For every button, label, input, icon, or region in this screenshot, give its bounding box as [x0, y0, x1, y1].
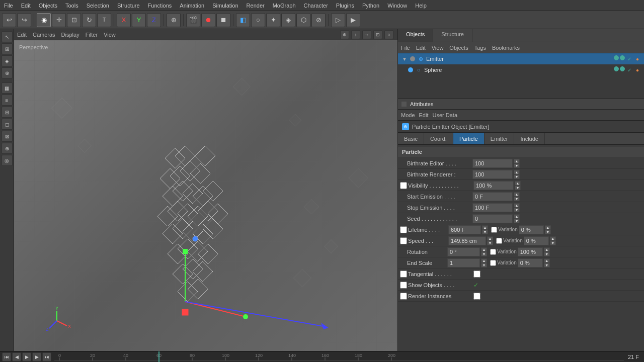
sphere-dot1[interactable]: [614, 66, 619, 71]
lifetime-variation-input[interactable]: [519, 225, 544, 234]
auto-key-button[interactable]: ⏹: [216, 13, 230, 27]
tab-emitter[interactable]: Emitter: [485, 133, 515, 144]
rotation-variation-check[interactable]: [490, 249, 496, 255]
menu-simulation[interactable]: Simulation: [208, 2, 242, 10]
object-row-emitter[interactable]: ▼ ⊛ Emitter ✓ ●: [398, 53, 644, 64]
tangential-toggle[interactable]: [473, 270, 480, 278]
viewport-filter[interactable]: Filter: [86, 32, 98, 38]
spin-down-seed[interactable]: ▼: [514, 219, 520, 223]
viewport-edit[interactable]: Edit: [17, 32, 27, 38]
camera-object-button[interactable]: ◈: [281, 13, 295, 27]
expand-icon-emitter[interactable]: ▼: [401, 55, 408, 62]
spin-up-start-emission[interactable]: ▲: [514, 192, 520, 197]
panel-edit[interactable]: Edit: [416, 45, 426, 51]
rotate-tool-button[interactable]: ↻: [82, 13, 96, 27]
emitter-dot2[interactable]: [620, 55, 625, 60]
spin-down-speed-var[interactable]: ▼: [550, 241, 556, 245]
speed-variation-input[interactable]: [524, 236, 549, 245]
paint-btn[interactable]: ◈: [2, 55, 13, 66]
menu-mograph[interactable]: MoGraph: [269, 2, 300, 10]
timeline-ruler[interactable]: 0 20 40 60 80 100 120 140 160 180 200: [54, 351, 624, 363]
tab-basic[interactable]: Basic: [398, 133, 424, 144]
menu-character[interactable]: Character: [300, 2, 332, 10]
menu-tools[interactable]: Tools: [61, 2, 83, 10]
panel-bookmarks[interactable]: Bookmarks: [492, 45, 520, 51]
spin-down-end-scale[interactable]: ▼: [481, 263, 487, 267]
attr-mode[interactable]: Mode: [401, 112, 415, 118]
spin-up-rotation-var[interactable]: ▲: [544, 247, 550, 252]
menu-structure[interactable]: Structure: [113, 2, 144, 10]
show-objects-checkbox[interactable]: [400, 282, 407, 289]
pointer-tool[interactable]: ↖: [2, 31, 13, 42]
spin-down-stop-emission[interactable]: ▼: [514, 208, 520, 212]
attr-collapse[interactable]: [401, 101, 407, 107]
sculpt-btn[interactable]: ⊛: [2, 67, 13, 78]
speed-input[interactable]: [448, 236, 486, 245]
spin-up-rotation[interactable]: ▲: [481, 247, 487, 252]
menu-python[interactable]: Python: [358, 2, 383, 10]
spin-up-seed[interactable]: ▲: [514, 214, 520, 219]
obj-manager[interactable]: ▦: [2, 82, 13, 94]
birthrate-editor-input[interactable]: [472, 159, 513, 168]
end-scale-variation-input[interactable]: [518, 258, 543, 267]
spin-down-lifetime-var[interactable]: ▼: [545, 230, 551, 234]
menu-help[interactable]: Help: [411, 2, 431, 10]
lifetime-variation-check[interactable]: [491, 227, 497, 233]
play-start-button[interactable]: ⏮: [2, 352, 11, 361]
viewport-lock[interactable]: ○: [384, 30, 393, 39]
render-all-button[interactable]: ▶: [346, 13, 360, 27]
menu-selection[interactable]: Selection: [83, 2, 113, 10]
render-instances-checkbox[interactable]: [400, 293, 407, 300]
tab-coord[interactable]: Coord.: [424, 133, 453, 144]
x-axis-button[interactable]: X: [117, 13, 131, 27]
viewport-btn[interactable]: ⊟: [2, 107, 13, 118]
key-button[interactable]: 🎬: [186, 13, 200, 27]
seed-input[interactable]: [472, 214, 513, 223]
menu-render[interactable]: Render: [243, 2, 269, 10]
record-button[interactable]: ⏺: [201, 13, 215, 27]
world-axis-button[interactable]: ⊕: [167, 13, 181, 27]
bone-button[interactable]: ⊘: [311, 13, 326, 27]
spin-down-rotation-var[interactable]: ▼: [544, 252, 550, 256]
spin-down-speed[interactable]: ▼: [487, 241, 493, 245]
menu-animation[interactable]: Animation: [176, 2, 208, 10]
panel-tags[interactable]: Tags: [474, 45, 486, 51]
render-instances-toggle[interactable]: [473, 293, 480, 300]
emitter-check[interactable]: ✓: [626, 55, 633, 62]
visibility-checkbox[interactable]: [400, 182, 407, 189]
birthrate-renderer-input[interactable]: [472, 170, 513, 179]
spin-down-end-scale-var[interactable]: ▼: [544, 263, 550, 267]
lifetime-input[interactable]: [448, 225, 481, 234]
menu-file[interactable]: File: [0, 2, 17, 10]
speed-checkbox[interactable]: [400, 237, 407, 244]
layout-btn[interactable]: ⊞: [2, 43, 13, 54]
snap-btn[interactable]: ⊕: [2, 143, 13, 154]
tab-structure[interactable]: Structure: [433, 29, 472, 42]
transform-button[interactable]: T: [97, 13, 111, 27]
panel-objects[interactable]: Objects: [449, 45, 468, 51]
spin-up-visibility[interactable]: ▲: [515, 181, 521, 186]
tab-objects[interactable]: Objects: [398, 29, 433, 42]
spin-up-speed[interactable]: ▲: [487, 236, 493, 241]
tangential-checkbox[interactable]: [400, 270, 407, 278]
cube-button[interactable]: ◧: [236, 13, 250, 27]
play-end-button[interactable]: ⏭: [42, 352, 51, 361]
emitter-dot1[interactable]: [614, 55, 619, 60]
spin-up-end-scale-var[interactable]: ▲: [544, 258, 550, 263]
spin-up-stop-emission[interactable]: ▲: [514, 203, 520, 208]
viewport-fullscreen[interactable]: ⊡: [373, 30, 382, 39]
sphere-btn[interactable]: ○: [251, 13, 265, 27]
spin-down-birthrate-renderer[interactable]: ▼: [514, 174, 520, 179]
rotation-input[interactable]: [447, 247, 480, 256]
start-emission-input[interactable]: [472, 192, 513, 201]
speed-variation-check[interactable]: [496, 238, 502, 244]
play-button[interactable]: ▶: [22, 352, 31, 361]
menu-plugins[interactable]: Plugins: [332, 2, 358, 10]
undo-button[interactable]: ↩: [2, 13, 16, 27]
spin-up-lifetime-var[interactable]: ▲: [545, 225, 551, 230]
stop-emission-input[interactable]: [472, 203, 513, 212]
menu-objects[interactable]: Objects: [35, 2, 61, 10]
viewport-canvas[interactable]: Perspective: [14, 40, 397, 351]
spin-down-rotation[interactable]: ▼: [481, 252, 487, 256]
object-row-sphere[interactable]: ○ Sphere ✓ ●: [398, 64, 644, 75]
